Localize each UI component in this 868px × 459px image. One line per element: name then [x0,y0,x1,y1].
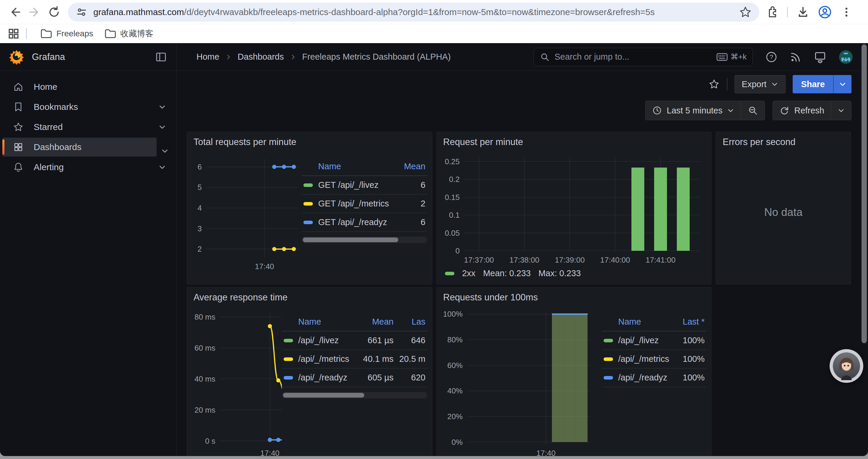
bell-icon [13,162,24,172]
svg-text:0.25: 0.25 [445,157,460,166]
reload-button[interactable] [44,2,64,22]
legend-row[interactable]: /api/_/readyz 100% [602,369,706,387]
breadcrumb-home[interactable]: Home [196,52,219,62]
monitor-icon[interactable] [814,51,827,64]
page-scrollbar-thumb[interactable] [862,44,867,343]
svg-text:40%: 40% [447,386,463,395]
chart-legend[interactable]: 2xx Mean: 0.233 Max: 0.233 [437,267,711,278]
series-color-pill [284,357,293,361]
svg-text:17:41:00: 17:41:00 [646,256,675,264]
user-avatar[interactable] [838,50,853,64]
svg-text:0.1: 0.1 [449,210,460,220]
bookmarks-divider [26,28,27,39]
panel-title[interactable]: Average response time [187,287,432,306]
legend-max: Max: 0.233 [538,268,581,278]
chevron-down-icon[interactable] [161,147,169,155]
favorite-star-icon[interactable] [709,78,720,90]
share-menu-button[interactable] [833,75,851,93]
chevron-down-icon[interactable] [158,123,166,131]
address-bar[interactable]: grafana.mathmast.com/d/deytv4rwavabkb/fr… [68,3,759,22]
chevron-down-icon [771,80,778,88]
bookmark-folder-blogs[interactable]: 收藏博客 [99,25,159,42]
search-placeholder: Search or jump to... [555,52,716,62]
legend-scrollbar[interactable] [302,237,427,243]
legend-row[interactable]: /api/_/metrics 40.1 ms 20.5 m [282,350,427,369]
menu-kebab-icon[interactable] [840,6,852,18]
series-color-pill [445,272,454,275]
panel-request-per-minute: Request per minute 0.250.20.150.10.05017… [436,132,711,285]
forward-button[interactable] [25,2,44,22]
breadcrumb: Home Dashboards Freeleaps Metrics Dashbo… [196,52,451,62]
legend-row[interactable]: /api/_/metrics 100% [602,350,706,369]
panel-title[interactable]: Errors per second [716,132,850,150]
legend-row[interactable]: GET /api/_/metrics 2 [302,195,427,213]
panel-title[interactable]: Request per minute [437,132,711,150]
page-scrollbar[interactable] [861,44,867,455]
help-icon[interactable]: ? [765,51,778,63]
svg-text:0.2: 0.2 [449,175,460,184]
legend-row[interactable]: GET /api/_/livez 6 [302,176,427,195]
assistant-avatar[interactable] [830,349,863,383]
keyboard-icon [716,53,728,61]
legend-row[interactable]: /api/_/livez 661 µs 646 [282,331,427,350]
folder-icon [104,28,116,40]
sidebar-item-alerting[interactable]: Alerting [2,158,174,177]
svg-text:17:40: 17:40 [255,262,274,271]
svg-text:0%: 0% [452,438,463,447]
legend-row[interactable]: /api/_/readyz 605 µs 620 [282,369,427,387]
export-button[interactable]: Export [735,75,786,93]
series-color-pill [284,339,293,342]
sidebar-item-home[interactable]: Home [2,77,174,96]
legend-table: Name Last * /api/_/livez 100% /api/_/met… [602,315,706,456]
download-icon[interactable] [797,6,809,18]
profile-icon[interactable] [818,5,832,19]
brand-title[interactable]: Grafana [32,52,155,62]
apps-grid-icon[interactable] [7,27,20,40]
chevron-down-icon[interactable] [158,163,166,171]
bookmark-folder-freeleaps[interactable]: Freeleaps [35,25,99,42]
actions-divider [727,78,727,90]
time-range-label: Last 5 minutes [667,106,723,116]
svg-text:17:37:00: 17:37:00 [464,256,494,264]
grafana-logo[interactable] [9,49,24,65]
time-range-picker[interactable]: Last 5 minutes [646,101,741,120]
legend-header: Name Mean [302,159,427,176]
svg-text:17:39:00: 17:39:00 [555,256,585,264]
bookmark-star-icon[interactable] [739,6,752,18]
legend-series-name: 2xx [462,268,475,278]
refresh-button[interactable]: Refresh [773,101,831,120]
legend-row[interactable]: /api/_/livez 100% [602,331,706,350]
url-text[interactable]: grafana.mathmast.com/d/deytv4rwavabkb/fr… [93,7,739,17]
svg-text:5: 5 [198,183,202,192]
share-button[interactable]: Share [793,75,833,93]
back-button[interactable] [5,2,25,22]
panel-errors-per-second: Errors per second No data [716,132,851,285]
svg-text:20 ms: 20 ms [194,405,215,415]
grafana-app: Grafana Home Bookmarks Starred [0,43,868,456]
dashboards-grid-icon [13,142,24,153]
legend-row[interactable]: GET /api/_/readyz 6 [302,213,427,232]
dock-menu-icon[interactable] [155,51,167,63]
panel-title[interactable]: Requests under 100ms [437,287,711,306]
svg-text:0 s: 0 s [205,436,215,446]
sidebar-nav: Home Bookmarks Starred Dashboards [0,71,176,177]
extensions-icon[interactable] [766,6,778,18]
chevron-down-icon[interactable] [158,103,166,111]
panel-total-requests: Total requests per minute 6543217:40 Nam… [187,132,432,285]
sidebar-item-label: Dashboards [34,142,157,152]
refresh-interval-button[interactable] [831,101,851,120]
zoom-out-icon [747,105,758,116]
breadcrumb-dashboards[interactable]: Dashboards [238,52,284,62]
bookmark-icon [13,102,24,112]
sidebar-item-dashboards[interactable]: Dashboards [2,138,157,157]
chevron-down-icon [838,107,845,114]
search-input[interactable]: Search or jump to... ⌘+k [533,48,753,66]
site-info-icon[interactable] [75,6,88,18]
clock-icon [652,105,662,116]
zoom-out-button[interactable] [741,101,765,120]
news-rss-icon[interactable] [789,51,802,63]
sidebar-item-bookmarks[interactable]: Bookmarks [2,97,174,117]
legend-scrollbar[interactable] [282,392,427,398]
sidebar-item-starred[interactable]: Starred [2,118,174,136]
panel-title[interactable]: Total requests per minute [187,132,432,150]
